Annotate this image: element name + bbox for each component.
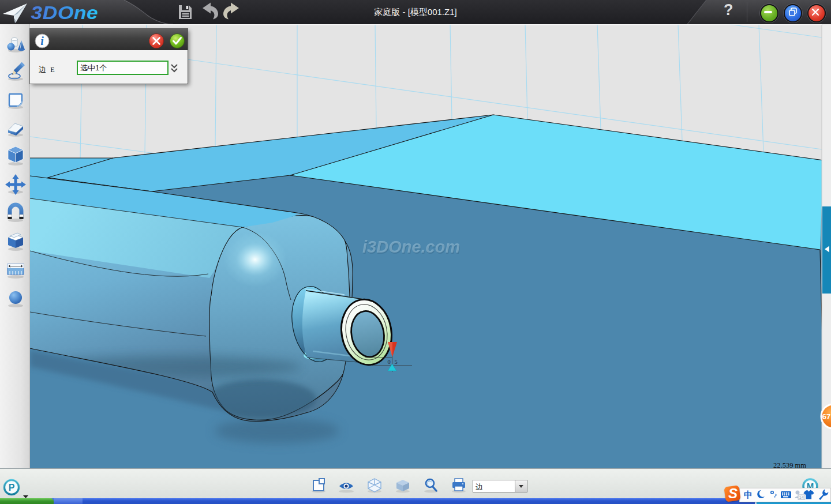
svg-text:67: 67 — [822, 412, 830, 421]
svg-text:i: i — [40, 35, 44, 47]
svg-text:14: 14 — [799, 495, 804, 500]
svg-text:中: 中 — [744, 490, 753, 499]
svg-text:22.539 mm: 22.539 mm — [773, 461, 806, 468]
svg-text:5: 5 — [394, 359, 397, 365]
svg-text:3DOne: 3DOne — [31, 3, 99, 23]
svg-text:0: 0 — [387, 359, 390, 365]
svg-text:i3DOne.com: i3DOne.com — [362, 238, 460, 256]
svg-text:P: P — [9, 483, 15, 492]
